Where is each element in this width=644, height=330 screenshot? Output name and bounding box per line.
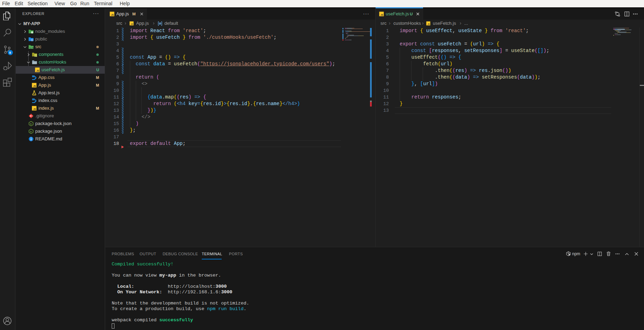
svg-text:s: s	[30, 123, 32, 125]
svg-text:JS: JS	[111, 14, 114, 16]
svg-text:JS: JS	[380, 14, 384, 16]
svg-text:JS: JS	[131, 23, 133, 25]
svg-text:JS: JS	[33, 85, 36, 87]
svg-text:JS: JS	[33, 108, 36, 110]
svg-text:s: s	[30, 130, 32, 133]
svg-text:JS: JS	[36, 69, 39, 72]
svg-text:</>: </>	[29, 47, 34, 49]
svg-text:JS: JS	[427, 23, 430, 25]
